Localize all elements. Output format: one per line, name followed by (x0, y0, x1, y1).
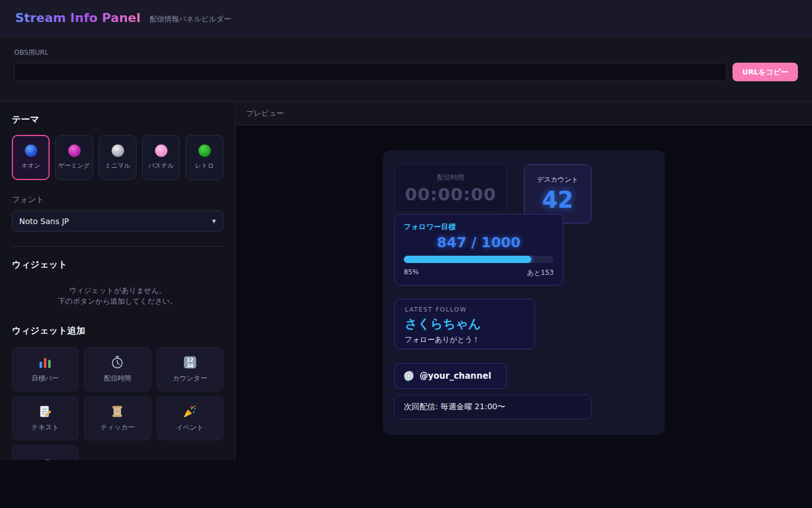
counter-icon: 12 34 (183, 355, 197, 370)
add-widget-grid: 目標バー 配信時間 (12, 347, 223, 460)
next-stream-text: 次回配信: 毎週金曜 21:00〜 (404, 402, 505, 412)
party-icon (183, 404, 197, 419)
obs-url-label: OBS用URL (14, 48, 798, 58)
gaming-swatch-icon (68, 144, 81, 157)
add-widget-goal-bar-button[interactable]: 目標バー (12, 347, 78, 391)
add-widget-label: 配信時間 (104, 374, 131, 383)
death-count-title: デスカウント (537, 175, 579, 185)
pastel-swatch-icon (155, 144, 167, 157)
theme-button-neon[interactable]: ネオン (12, 135, 50, 180)
retro-swatch-icon (198, 144, 211, 157)
obs-url-section: OBS用URL URLをコピー (0, 36, 812, 102)
latest-follow-name: さくらちゃん (405, 316, 524, 332)
theme-label: ゲーミング (59, 162, 90, 170)
add-widget-label: イベント (176, 423, 204, 432)
add-widget-section-heading: ウィジェット追加 (12, 325, 223, 337)
add-widget-counter-button[interactable]: 12 34 カウンター (157, 347, 223, 391)
app-window: Stream Info Panel 配信情報パネルビルダー OBS用URL UR… (0, 0, 812, 460)
bar-chart-icon (38, 355, 52, 370)
stream-time-widget: 配信時間 00:00:00 (394, 164, 507, 212)
preview-header-label: プレビュー (246, 108, 284, 119)
next-stream-widget: 次回配信: 毎週金曜 21:00〜 (394, 395, 592, 419)
add-widget-ticker-button[interactable]: ティッカー (84, 396, 151, 440)
stream-time-value: 00:00:00 (405, 184, 496, 204)
follower-remaining-label: あと153 (527, 268, 554, 278)
add-widget-event-button[interactable]: イベント (157, 396, 223, 440)
preview-header: プレビュー (236, 102, 812, 125)
latest-follow-title: LATEST FOLLOW (405, 306, 524, 313)
memo-icon (38, 404, 52, 419)
widgets-empty-line1: ウィジェットがありません。 (12, 286, 223, 296)
latest-follow-message: フォローありがとう！ (405, 335, 524, 345)
add-widget-link-button[interactable] (12, 445, 78, 460)
preview-panel: 配信時間 00:00:00 デスカウント 42 フォロワー目標 847 / 10… (383, 150, 665, 435)
sidebar-divider (12, 246, 223, 247)
channel-handle: @your_channel (420, 371, 491, 381)
follower-goal-value: 847 / 1000 (404, 234, 554, 251)
theme-selector: ネオン ゲーミング ミニマル パステル レトロ (12, 135, 223, 180)
latest-follow-widget: LATEST FOLLOW さくらちゃん フォローありがとう！ (394, 299, 535, 349)
add-widget-text-button[interactable]: テキスト (12, 396, 78, 440)
app-subtitle: 配信情報パネルビルダー (149, 12, 231, 24)
widgets-empty-line2: 下のボタンから追加してください。 (12, 296, 223, 307)
theme-button-gaming[interactable]: ゲーミング (55, 135, 93, 180)
stream-time-title: 配信時間 (437, 173, 464, 182)
svg-text:34: 34 (187, 362, 193, 368)
app-title: Stream Info Panel (15, 11, 140, 25)
app-header: Stream Info Panel 配信情報パネルビルダー (0, 0, 812, 36)
add-widget-label: テキスト (32, 423, 59, 432)
theme-label: ミニマル (105, 162, 130, 170)
copy-url-button[interactable]: URLをコピー (732, 63, 798, 81)
follower-percent-label: 85% (404, 268, 419, 278)
scroll-icon (110, 404, 125, 419)
cd-icon (403, 370, 414, 382)
add-widget-label: カウンター (173, 374, 207, 383)
theme-button-pastel[interactable]: パステル (142, 135, 180, 180)
widgets-section-heading: ウィジェット (12, 259, 223, 271)
preview-canvas: 配信時間 00:00:00 デスカウント 42 フォロワー目標 847 / 10… (236, 125, 812, 460)
minimal-swatch-icon (112, 144, 124, 157)
theme-section-heading: テーマ (12, 114, 223, 126)
theme-button-minimal[interactable]: ミニマル (99, 135, 136, 180)
font-select[interactable]: Noto Sans JP (12, 211, 223, 231)
font-section-label: フォント (12, 195, 223, 205)
widgets-empty-state: ウィジェットがありません。 下のボタンから追加してください。 (12, 286, 223, 307)
theme-label: ネオン (21, 162, 41, 170)
theme-label: レトロ (195, 162, 214, 170)
follower-progress-fill (404, 256, 531, 263)
timer-icon (110, 355, 125, 370)
neon-swatch-icon (25, 144, 37, 157)
add-widget-stream-time-button[interactable]: 配信時間 (84, 347, 151, 391)
channel-widget: @your_channel (394, 363, 507, 389)
sidebar: テーマ ネオン ゲーミング ミニマル パステル (0, 102, 236, 460)
theme-label: パステル (148, 162, 174, 170)
obs-url-input[interactable] (14, 63, 727, 81)
preview-column: プレビュー 配信時間 00:00:00 デスカウント 42 フォロワー目標 84… (236, 102, 812, 460)
follower-progress-track (404, 256, 554, 263)
death-count-value: 42 (542, 187, 573, 213)
theme-button-retro[interactable]: レトロ (186, 135, 223, 180)
follower-goal-widget: フォロワー目標 847 / 1000 85% あと153 (394, 214, 563, 286)
link-icon (38, 458, 52, 460)
add-widget-label: ティッカー (100, 423, 135, 432)
follower-goal-title: フォロワー目標 (404, 222, 554, 232)
add-widget-label: 目標バー (32, 374, 59, 383)
